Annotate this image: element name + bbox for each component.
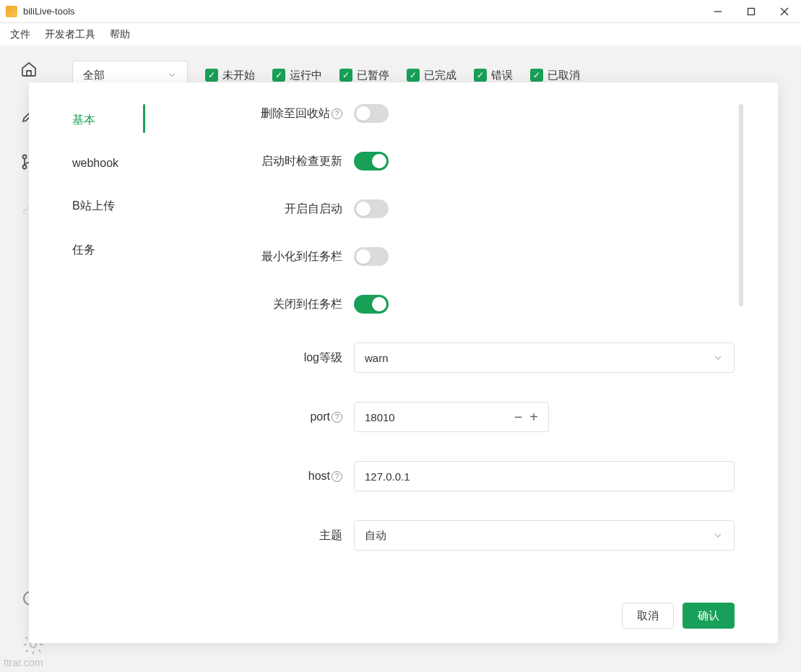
settings-modal: 基本 webhook B站上传 任务 删除至回收站 ? 启动时检查更新 开启自启… [29, 82, 778, 643]
number-steppers: − + [514, 409, 538, 426]
menu-help[interactable]: 帮助 [105, 25, 134, 44]
tab-basic[interactable]: 基本 [72, 104, 173, 137]
label-check-update: 启动时检查更新 [231, 154, 354, 169]
label-auto-start: 开启自启动 [231, 202, 354, 217]
row-port: port ? 18010 − + [231, 402, 735, 432]
input-host[interactable] [354, 461, 735, 491]
row-auto-start: 开启自启动 [231, 199, 735, 218]
window-title: biliLive-tools [23, 6, 75, 17]
input-port-value: 18010 [365, 411, 395, 423]
toggle-check-update[interactable] [354, 152, 389, 171]
minimize-button[interactable] [701, 0, 735, 23]
select-log-level-value: warn [365, 352, 389, 364]
check-icon: ✓ [530, 69, 543, 82]
svg-point-5 [23, 165, 27, 169]
check-icon: ✓ [339, 69, 352, 82]
input-host-field[interactable] [365, 470, 724, 483]
maximize-button[interactable] [735, 0, 768, 23]
help-icon[interactable]: ? [332, 108, 342, 119]
label-minimize-to-tray: 最小化到任务栏 [231, 249, 354, 264]
filter-cancelled[interactable]: ✓已取消 [530, 69, 580, 82]
plus-icon[interactable]: + [529, 409, 538, 426]
label-port: port ? [231, 410, 354, 423]
label-close-to-tray: 关闭到任务栏 [231, 297, 354, 312]
chevron-down-icon [167, 70, 177, 80]
label-host: host ? [231, 470, 354, 483]
row-theme: 主题 自动 [231, 520, 735, 551]
close-button[interactable] [768, 0, 801, 23]
modal-form: 删除至回收站 ? 启动时检查更新 开启自启动 最小化到任务栏 [173, 104, 778, 567]
tab-webhook[interactable]: webhook [72, 148, 173, 178]
row-check-update: 启动时检查更新 [231, 152, 735, 171]
menu-devtools[interactable]: 开发者工具 [40, 25, 100, 44]
filter-paused[interactable]: ✓已暂停 [339, 69, 389, 82]
confirm-button[interactable]: 确认 [683, 603, 735, 629]
toggle-minimize-to-tray[interactable] [354, 247, 389, 266]
app-icon [6, 6, 17, 17]
input-port[interactable]: 18010 − + [354, 402, 549, 432]
select-log-level[interactable]: warn [354, 343, 735, 373]
select-theme[interactable]: 自动 [354, 520, 735, 551]
select-theme-value: 自动 [365, 529, 386, 543]
help-icon[interactable]: ? [332, 471, 342, 482]
check-icon: ✓ [272, 69, 285, 82]
svg-point-4 [23, 155, 27, 159]
check-icon: ✓ [205, 69, 218, 82]
row-delete-to-trash: 删除至回收站 ? [231, 104, 735, 123]
modal-body: 基本 webhook B站上传 任务 删除至回收站 ? 启动时检查更新 开启自启… [29, 82, 778, 588]
check-icon: ✓ [474, 69, 487, 82]
minus-icon[interactable]: − [514, 409, 523, 426]
menu-file[interactable]: 文件 [6, 25, 35, 44]
toggle-delete-to-trash[interactable] [354, 104, 389, 123]
modal-tabs: 基本 webhook B站上传 任务 [72, 104, 173, 588]
toggle-auto-start[interactable] [354, 199, 389, 218]
filter-completed[interactable]: ✓已完成 [407, 69, 456, 82]
check-icon: ✓ [407, 69, 420, 82]
title-bar: biliLive-tools [0, 0, 801, 23]
label-delete-to-trash: 删除至回收站 ? [231, 106, 354, 121]
tab-task[interactable]: 任务 [72, 234, 173, 267]
row-host: host ? [231, 461, 735, 491]
chevron-down-icon [712, 530, 724, 541]
label-log-level: log等级 [231, 350, 354, 366]
modal-footer: 取消 确认 [29, 588, 778, 643]
help-icon[interactable]: ? [332, 412, 342, 423]
cancel-button[interactable]: 取消 [622, 603, 674, 629]
filter-error[interactable]: ✓错误 [474, 69, 513, 82]
svg-rect-1 [748, 9, 755, 15]
chevron-down-icon [712, 352, 724, 363]
label-theme: 主题 [231, 528, 354, 543]
toggle-close-to-tray[interactable] [354, 295, 389, 314]
row-minimize-to-tray: 最小化到任务栏 [231, 247, 735, 266]
filter-not-started[interactable]: ✓未开始 [205, 69, 255, 82]
window-controls [701, 0, 801, 23]
row-close-to-tray: 关闭到任务栏 [231, 295, 735, 314]
watermark: ttrar.com [4, 657, 43, 668]
filter-running[interactable]: ✓运行中 [272, 69, 322, 82]
row-log-level: log等级 warn [231, 343, 735, 373]
tab-upload[interactable]: B站上传 [72, 190, 173, 223]
menu-bar: 文件 开发者工具 帮助 [0, 23, 801, 46]
home-icon[interactable] [20, 61, 38, 78]
filter-select-value: 全部 [83, 69, 105, 82]
scrollbar[interactable] [739, 104, 743, 306]
